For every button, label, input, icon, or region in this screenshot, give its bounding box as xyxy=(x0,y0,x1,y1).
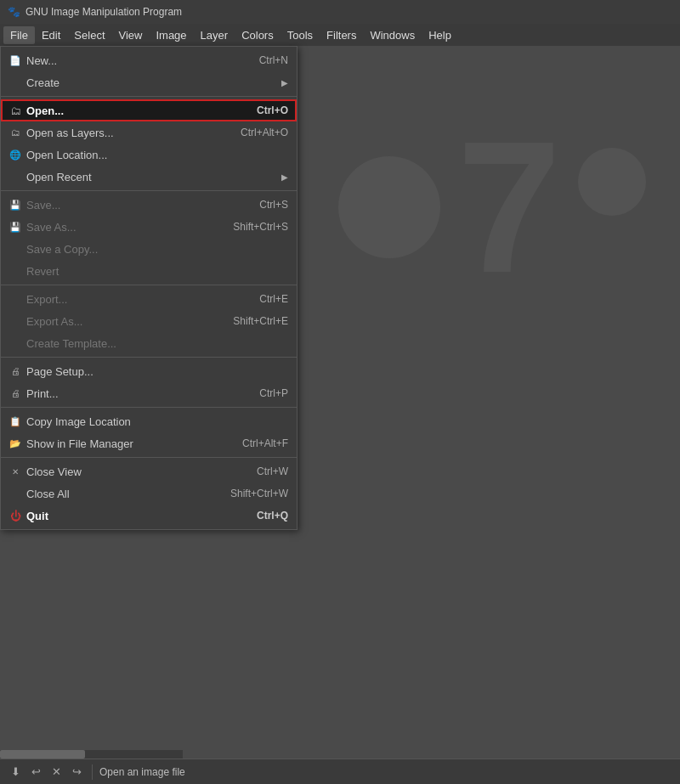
save-as-icon: 💾 xyxy=(8,219,23,234)
page-setup-icon: 🖨 xyxy=(8,364,23,379)
menu-image[interactable]: Image xyxy=(149,26,193,44)
export-shortcut: Ctrl+E xyxy=(259,293,288,305)
quit-shortcut: Ctrl+Q xyxy=(257,510,288,522)
menu-item-open-recent[interactable]: Open Recent ▶ xyxy=(1,166,297,188)
menu-colors[interactable]: Colors xyxy=(235,26,280,44)
close-view-shortcut: Ctrl+W xyxy=(257,465,288,477)
menu-item-close-view[interactable]: ✕ Close View Ctrl+W xyxy=(1,460,297,482)
quit-icon: ⏻ xyxy=(8,508,23,523)
status-icons: ⬇ ↩ ✕ ↪ xyxy=(7,764,85,781)
open-recent-arrow: ▶ xyxy=(281,172,288,182)
file-manager-shortcut: Ctrl+Alt+F xyxy=(242,437,288,449)
save-as-label: Save As... xyxy=(26,221,216,234)
open-layers-label: Open as Layers... xyxy=(26,127,224,139)
menu-select[interactable]: Select xyxy=(67,26,111,44)
menu-item-copy-location[interactable]: 📋 Copy Image Location xyxy=(1,410,297,432)
create-label: Create xyxy=(26,76,275,89)
menu-item-close-all[interactable]: Close All Shift+Ctrl+W xyxy=(1,482,297,505)
open-recent-label: Open Recent xyxy=(26,171,275,183)
menu-item-save-copy[interactable]: Save a Copy... xyxy=(1,238,297,260)
scrollbar-thumb[interactable] xyxy=(0,750,85,759)
menu-help[interactable]: Help xyxy=(422,26,458,44)
app-icon: 🐾 xyxy=(7,5,20,19)
scrollbar-area xyxy=(0,750,183,759)
create-template-icon xyxy=(8,336,23,351)
open-label: Open... xyxy=(26,104,240,117)
save-copy-icon xyxy=(8,241,23,257)
copy-location-label: Copy Image Location xyxy=(26,415,271,428)
create-icon xyxy=(8,75,23,90)
open-location-label: Open Location... xyxy=(26,149,271,161)
save-label: Save... xyxy=(26,199,242,212)
menu-item-new[interactable]: 📄 New... Ctrl+N xyxy=(1,49,297,71)
export-as-label: Export As... xyxy=(26,315,216,328)
create-template-label: Create Template... xyxy=(26,337,271,350)
status-bar: ⬇ ↩ ✕ ↪ Open an image file xyxy=(0,759,680,784)
menu-file[interactable]: File xyxy=(3,26,35,44)
menu-view[interactable]: View xyxy=(112,26,150,44)
menu-item-save[interactable]: 💾 Save... Ctrl+S xyxy=(1,194,297,216)
status-icon-download[interactable]: ⬇ xyxy=(7,764,24,781)
separator-3 xyxy=(1,285,297,285)
separator-5 xyxy=(1,407,297,408)
revert-label: Revert xyxy=(26,265,271,278)
save-shortcut: Ctrl+S xyxy=(259,199,288,211)
open-icon: 🗂 xyxy=(8,103,23,118)
save-copy-label: Save a Copy... xyxy=(26,243,271,256)
revert-icon xyxy=(8,263,23,279)
separator-2 xyxy=(1,190,297,191)
status-text: Open an image file xyxy=(99,766,185,778)
separator-6 xyxy=(1,457,297,458)
watermark: 7 xyxy=(338,114,646,301)
save-as-shortcut: Shift+Ctrl+S xyxy=(233,221,288,233)
new-shortcut: Ctrl+N xyxy=(259,54,288,66)
export-label: Export... xyxy=(26,293,242,306)
menu-item-page-setup[interactable]: 🖨 Page Setup... xyxy=(1,360,297,382)
separator-4 xyxy=(1,357,297,358)
menu-item-revert[interactable]: Revert xyxy=(1,260,297,282)
print-icon: 🖨 xyxy=(8,386,23,401)
open-shortcut: Ctrl+O xyxy=(257,104,288,116)
menu-item-open-location[interactable]: 🌐 Open Location... xyxy=(1,144,297,166)
menu-edit[interactable]: Edit xyxy=(35,26,67,44)
menu-item-quit[interactable]: ⏻ Quit Ctrl+Q xyxy=(1,505,297,527)
status-icon-undo[interactable]: ↩ xyxy=(27,764,44,781)
status-icon-redo[interactable]: ↪ xyxy=(68,764,85,781)
print-shortcut: Ctrl+P xyxy=(259,387,288,399)
menu-item-export[interactable]: Export... Ctrl+E xyxy=(1,288,297,310)
menu-item-show-file-manager[interactable]: 📂 Show in File Manager Ctrl+Alt+F xyxy=(1,432,297,454)
menu-item-export-as[interactable]: Export As... Shift+Ctrl+E xyxy=(1,310,297,332)
close-all-icon xyxy=(8,486,23,501)
page-setup-label: Page Setup... xyxy=(26,365,271,378)
menu-item-save-as[interactable]: 💾 Save As... Shift+Ctrl+S xyxy=(1,216,297,238)
export-as-icon xyxy=(8,313,23,329)
close-all-shortcut: Shift+Ctrl+W xyxy=(230,488,288,499)
menu-windows[interactable]: Windows xyxy=(363,26,422,44)
menu-item-create[interactable]: Create ▶ xyxy=(1,71,297,93)
close-all-label: Close All xyxy=(26,488,213,500)
separator-1 xyxy=(1,96,297,97)
file-manager-icon: 📂 xyxy=(8,436,23,451)
menu-item-create-template[interactable]: Create Template... xyxy=(1,332,297,354)
title-bar-text: GNU Image Manipulation Program xyxy=(26,6,182,18)
export-as-shortcut: Shift+Ctrl+E xyxy=(233,315,288,327)
new-icon: 📄 xyxy=(8,53,23,68)
status-separator xyxy=(92,764,93,780)
open-layers-icon: 🗂 xyxy=(8,125,23,140)
file-manager-label: Show in File Manager xyxy=(26,437,225,450)
export-icon xyxy=(8,291,23,307)
menu-tools[interactable]: Tools xyxy=(280,26,320,44)
create-arrow: ▶ xyxy=(281,78,288,87)
open-layers-shortcut: Ctrl+Alt+O xyxy=(241,127,288,138)
save-icon: 💾 xyxy=(8,197,23,212)
menu-layer[interactable]: Layer xyxy=(194,26,235,44)
new-label: New... xyxy=(26,54,242,67)
menu-item-print[interactable]: 🖨 Print... Ctrl+P xyxy=(1,382,297,404)
close-view-label: Close View xyxy=(26,465,240,478)
quit-label: Quit xyxy=(26,510,240,522)
status-icon-close[interactable]: ✕ xyxy=(48,764,65,781)
menu-item-open-as-layers[interactable]: 🗂 Open as Layers... Ctrl+Alt+O xyxy=(1,121,297,144)
menu-item-open[interactable]: 🗂 Open... Ctrl+O xyxy=(1,99,297,121)
menu-filters[interactable]: Filters xyxy=(320,26,363,44)
close-view-icon: ✕ xyxy=(8,464,23,479)
